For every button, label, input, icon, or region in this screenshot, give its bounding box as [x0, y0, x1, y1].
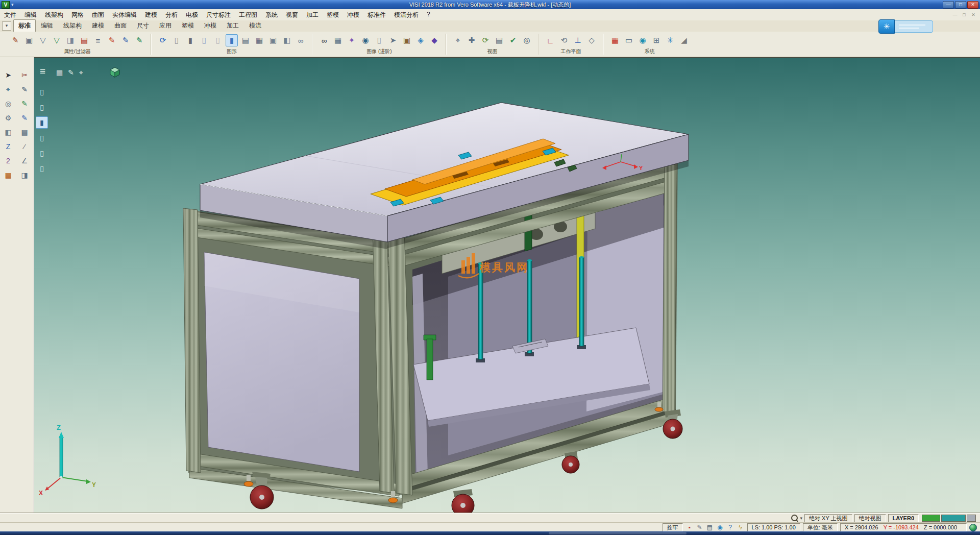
menu-item[interactable]: 视窗 — [282, 9, 302, 21]
plane-sketch-icon[interactable]: ✎ — [68, 68, 74, 77]
two-point-icon[interactable]: 2 — [3, 155, 14, 166]
active-layer-cell[interactable]: LAYER0 — [888, 514, 919, 522]
pen-blue-icon[interactable]: ✎ — [119, 34, 132, 46]
snap-target-icon[interactable]: ⌖ — [79, 68, 83, 77]
lock-toggle[interactable]: 拴牢 — [663, 523, 683, 531]
document-icon[interactable]: ▤ — [239, 34, 252, 46]
network-status-icon[interactable]: ◉ — [716, 523, 724, 531]
ruler-tool-icon[interactable]: ∕ — [19, 141, 30, 152]
cube-tool-icon[interactable]: ◧ — [3, 127, 14, 138]
search-dropdown-icon[interactable]: ▾ — [800, 516, 802, 521]
view-cube-icon[interactable] — [198, 66, 209, 78]
tab-冲模[interactable]: 冲模 — [199, 19, 222, 32]
pencil-green-icon[interactable]: ✎ — [19, 98, 30, 109]
tab-模流[interactable]: 模流 — [244, 19, 266, 32]
line-style-filter-icon[interactable]: ≡ — [92, 34, 104, 46]
glasses-view-icon[interactable]: ∞ — [318, 34, 330, 46]
material-drop-icon[interactable]: ◈ — [414, 34, 427, 46]
viewport-menu-icon[interactable]: ≡ — [40, 66, 45, 77]
edit-attributes-icon[interactable]: ✎ — [9, 34, 21, 46]
dynamic-shade-icon[interactable]: ▮ — [226, 34, 238, 46]
nav-panel[interactable] — [895, 20, 933, 33]
grid-settings-icon[interactable]: ⊞ — [650, 34, 663, 46]
status-sphere-icon[interactable] — [969, 524, 977, 531]
gear-tool-icon[interactable]: ⚙ — [3, 112, 14, 124]
view-preset-icon[interactable]: ▯ — [36, 86, 48, 98]
record-stop-icon[interactable]: ▪ — [685, 523, 694, 531]
view-list-icon[interactable]: ▤ — [493, 34, 505, 46]
color-filter-icon[interactable]: ▤ — [78, 34, 90, 46]
zoom-view-icon[interactable]: ⌖ — [452, 34, 464, 46]
nav-hub-icon[interactable]: ✳ — [878, 19, 895, 34]
layers-tool-icon[interactable]: ◨ — [19, 169, 30, 181]
select-icon[interactable]: ➤ — [3, 69, 14, 81]
view-cube-icon[interactable] — [183, 66, 194, 78]
help-status-icon[interactable]: ? — [726, 523, 734, 531]
hidden-line-cylinder-icon[interactable]: ▯ — [198, 34, 210, 46]
tab-曲面[interactable]: 曲面 — [109, 19, 132, 32]
search-icon[interactable] — [791, 515, 798, 521]
tab-dropdown-icon[interactable]: ▾ — [2, 21, 11, 31]
globe-language-icon[interactable]: ◉ — [636, 34, 649, 46]
render-box-icon[interactable]: ▣ — [401, 34, 413, 46]
pencil-blue-icon[interactable]: ✎ — [19, 112, 30, 124]
grid-display-icon[interactable]: ▦ — [332, 34, 344, 46]
snap-point-icon[interactable]: ⌖ — [3, 84, 14, 95]
workplane-rotate-icon[interactable]: ⟲ — [558, 34, 570, 46]
view-cube-icon[interactable] — [154, 66, 165, 78]
menu-item[interactable]: ? — [423, 9, 434, 21]
minimize-button[interactable]: — — [943, 1, 954, 9]
monitor-settings-icon[interactable]: ▭ — [623, 34, 635, 46]
cylinder-light-icon[interactable]: ▯ — [373, 34, 385, 46]
filter-icon[interactable]: ▽ — [37, 34, 49, 46]
extra-color-swatch[interactable] — [967, 515, 976, 522]
angle-tool-icon[interactable]: ∠ — [19, 155, 30, 166]
taskbar-buttons[interactable] — [549, 532, 687, 534]
maximize-button[interactable]: □ — [955, 1, 966, 9]
viewport[interactable]: Y 模具风网 Z Y X — [34, 57, 980, 513]
documents-icon[interactable]: ▦ — [253, 34, 265, 46]
power-status-icon[interactable]: ϟ — [737, 523, 745, 531]
tab-标准[interactable]: 标准 — [13, 19, 36, 32]
view-preset-icon[interactable]: ▯ — [36, 101, 48, 113]
menu-item[interactable]: 加工 — [302, 9, 323, 21]
camera-view-icon[interactable]: ◎ — [521, 34, 533, 46]
3d-model-canvas[interactable]: Y 模具风网 Z Y X — [34, 57, 980, 513]
tab-尺寸[interactable]: 尺寸 — [132, 19, 154, 32]
workplane-normal-icon[interactable]: ⊥ — [572, 34, 584, 46]
mdi-window-button[interactable]: □ — [961, 12, 968, 17]
view-cube-icon[interactable] — [124, 66, 135, 78]
snap-settings-icon[interactable]: ✳ — [664, 34, 676, 46]
tab-加工[interactable]: 加工 — [222, 19, 244, 32]
print-status-icon[interactable]: ▤ — [706, 523, 714, 531]
layer-filter-icon[interactable]: ◨ — [64, 34, 77, 46]
grid-toggle-icon[interactable]: ▦ — [56, 68, 63, 77]
box-group-icon[interactable]: ◧ — [281, 34, 293, 46]
tab-编辑[interactable]: 编辑 — [36, 19, 58, 32]
cylinder-arrow-icon[interactable]: ➤ — [387, 34, 399, 46]
filter-add-icon[interactable]: ▽ — [51, 34, 63, 46]
menu-item[interactable]: 塑模 — [323, 9, 343, 21]
menu-item[interactable]: 标准件 — [363, 9, 390, 21]
notebook-icon[interactable]: ▤ — [19, 127, 30, 138]
windows-taskbar[interactable] — [0, 531, 980, 535]
view-orientation-cell[interactable]: 绝对 XY 上视图 — [804, 514, 852, 522]
tab-应用[interactable]: 应用 — [154, 19, 177, 32]
view-preset-icon[interactable]: ▯ — [36, 162, 48, 175]
close-button[interactable]: ✕ — [967, 1, 978, 9]
view-cube-icon[interactable] — [168, 66, 180, 78]
workplane-free-icon[interactable]: ◇ — [585, 34, 598, 46]
view-preset-icon[interactable]: ▯ — [36, 132, 48, 144]
pen-red-icon[interactable]: ✎ — [106, 34, 118, 46]
redraw-icon[interactable]: ⟳ — [157, 34, 169, 46]
tab-建模[interactable]: 建模 — [87, 19, 109, 32]
work-color-swatch[interactable] — [922, 515, 940, 522]
view-mode-cell[interactable]: 绝对视图 — [854, 514, 886, 522]
menu-item[interactable]: 冲模 — [343, 9, 363, 21]
view-check-icon[interactable]: ✔ — [507, 34, 519, 46]
wireframe-cylinder-icon[interactable]: ▯ — [170, 34, 183, 46]
shield-protect-icon[interactable]: ◆ — [428, 34, 440, 46]
measure-ruler-icon[interactable]: ◢ — [678, 34, 690, 46]
menu-item[interactable]: 模流分析 — [390, 9, 423, 21]
tab-塑模[interactable]: 塑模 — [177, 19, 199, 32]
